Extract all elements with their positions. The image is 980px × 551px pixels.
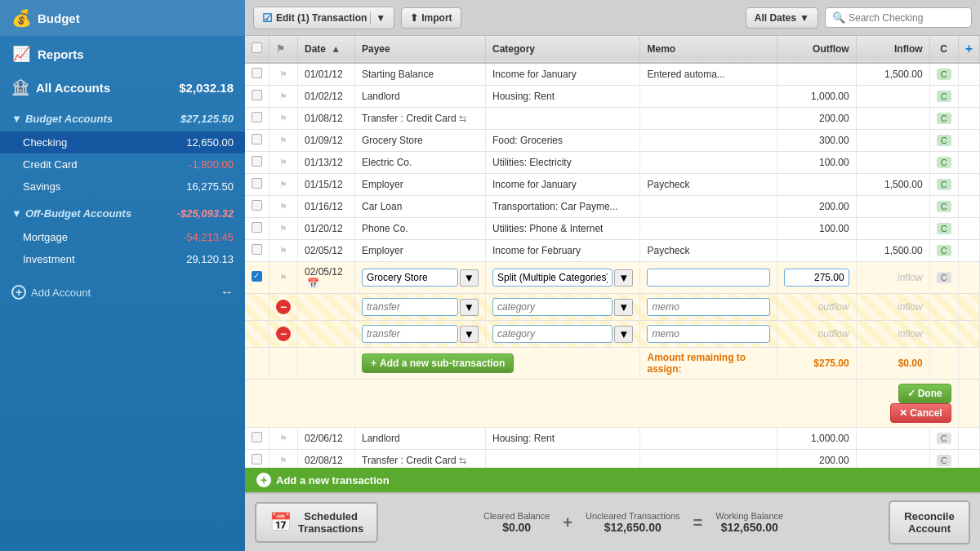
table-row[interactable]: ⚑01/09/12Grocery StoreFood: Groceries300… [245,130,980,152]
table-row[interactable]: ⚑01/16/12Car LoanTransportation: Car Pay… [245,196,980,218]
table-row[interactable]: ⚑02/08/12Transfer : Credit Card ⇆200.00C [245,450,980,469]
row-flag-cell: ⚑ [270,218,298,240]
sidebar-item-mortgage[interactable]: Mortgage -54,213.45 [0,226,245,248]
cleared-badge[interactable]: C [937,91,951,102]
cleared-badge[interactable]: C [937,272,951,283]
col-outflow[interactable]: Outflow [777,36,856,63]
bottom-bar: 📅 Scheduled Transactions Cleared Balance… [245,492,980,551]
sidebar-item-all-accounts[interactable]: 🏦 All Accounts $2,032.18 [0,72,245,103]
budget-accounts-header[interactable]: ▼ Budget Accounts $27,125.50 [0,106,245,131]
cleared-badge[interactable]: C [937,113,951,124]
category-dropdown-btn[interactable]: ▼ [614,269,633,287]
sidebar-item-investment[interactable]: Investment 29,120.13 [0,248,245,270]
cleared-badge[interactable]: C [937,245,951,256]
row-checkbox[interactable] [252,156,262,167]
all-dates-button[interactable]: All Dates ▼ [746,7,818,29]
table-row[interactable]: ⚑02/05/12EmployerIncome for FebruaryPayc… [245,240,980,262]
memo-input[interactable] [647,269,769,287]
remove-sub-button[interactable]: − [276,327,291,341]
sub-memo-input[interactable] [647,298,769,316]
sidebar-item-budget[interactable]: 💰 Budget [0,0,245,36]
search-box[interactable]: 🔍 [825,7,972,28]
add-tx-icon: + [256,473,271,487]
sub-transfer-input[interactable] [362,325,458,343]
row-checkbox[interactable] [252,90,262,100]
sub-memo-input[interactable] [647,325,769,343]
cleared-badge[interactable]: C [937,157,951,168]
table-row[interactable]: ⚑01/08/12Transfer : Credit Card ⇆200.00C [245,108,980,130]
sub-category-input[interactable] [492,298,612,316]
row-outflow-cell [777,63,856,86]
table-row[interactable]: ⚑02/05/12📅▼▼inflowC [245,262,980,294]
add-sub-icon: + [371,358,376,369]
table-row[interactable]: ⚑01/13/12Electric Co.Utilities: Electric… [245,152,980,174]
cleared-badge[interactable]: C [937,455,951,466]
table-row[interactable]: ⚑01/02/12LandlordHousing: Rent1,000.00C [245,86,980,108]
sub-plus-cell [958,294,979,321]
cleared-badge[interactable]: C [937,179,951,190]
sub-cat-dropdown[interactable]: ▼ [614,326,633,343]
select-all-checkbox[interactable] [252,42,262,53]
done-cancel-spacer [245,380,856,428]
row-checkbox[interactable] [252,244,262,255]
payee-dropdown-btn[interactable]: ▼ [460,269,479,287]
search-input[interactable] [849,12,964,24]
sub-transfer-dropdown[interactable]: ▼ [460,326,479,343]
flag-icon: ⚑ [279,246,287,256]
all-dates-label: All Dates [755,12,796,24]
row-checkbox[interactable] [252,222,262,233]
done-button[interactable]: ✓ Done [898,384,951,403]
col-add[interactable]: + [958,36,979,63]
row-checkbox[interactable] [252,134,262,144]
sidebar-item-checking[interactable]: Checking 12,650.00 [0,131,245,153]
cleared-badge[interactable]: C [937,223,951,234]
row-checkbox-cell [245,174,270,196]
sidebar-item-credit-card[interactable]: Credit Card -1,800.00 [0,153,245,176]
row-checkbox[interactable] [252,200,262,211]
col-memo[interactable]: Memo [640,36,777,63]
row-checkbox[interactable] [252,454,262,464]
cleared-badge[interactable]: C [937,201,951,212]
payee-input[interactable] [362,269,458,287]
sidebar-item-savings[interactable]: Savings 16,275.50 [0,176,245,198]
table-row[interactable]: ⚑01/20/12Phone Co.Utilities: Phone & Int… [245,218,980,240]
outflow-input[interactable] [784,269,849,287]
edit-transaction-button[interactable]: ☑ Edit (1) Transaction ▼ [253,7,394,29]
category-input[interactable] [492,269,612,287]
row-checkbox-cell [245,218,270,240]
add-sub-transaction-button[interactable]: + Add a new sub-transaction [362,353,514,373]
sub-transfer-input[interactable] [362,298,458,316]
offbudget-accounts-header[interactable]: ▼ Off-Budget Accounts -$25,093.32 [0,201,245,226]
sub-category-input[interactable] [492,325,612,343]
col-inflow[interactable]: Inflow [856,36,929,63]
row-checkbox[interactable] [252,178,262,189]
row-checkbox[interactable] [252,271,262,282]
table-row[interactable]: ⚑02/06/12LandlordHousing: Rent1,000.00C [245,428,980,450]
sub-transfer-dropdown[interactable]: ▼ [460,299,479,316]
row-checkbox[interactable] [252,68,262,78]
add-account-row[interactable]: + Add Account ↔ [0,277,245,308]
cancel-button[interactable]: ✕ Cancel [890,403,951,423]
cleared-badge[interactable]: C [937,69,951,80]
sidebar-item-reports[interactable]: 📈 Reports [0,36,245,72]
row-checkbox[interactable] [252,432,262,442]
remove-sub-button[interactable]: − [276,300,291,314]
reconcile-account-button[interactable]: Reconcile Account [889,500,970,544]
col-category[interactable]: Category [486,36,640,63]
scheduled-transactions-button[interactable]: 📅 Scheduled Transactions [255,502,378,543]
offbudget-amount: -$25,093.32 [177,207,234,220]
table-row[interactable]: ⚑01/15/12EmployerIncome for JanuaryPaych… [245,174,980,196]
row-flag-cell: ⚑ [270,196,298,218]
cleared-badge[interactable]: C [937,433,951,444]
row-outflow-cell: 100.00 [777,152,856,174]
row-checkbox[interactable] [252,112,262,122]
add-transaction-button[interactable]: + Add a new transaction [245,468,401,492]
edit-dropdown-icon[interactable]: ▼ [370,12,385,24]
table-row[interactable]: ⚑01/01/12Starting BalanceIncome for Janu… [245,63,980,86]
calendar-pick-icon[interactable]: 📅 [307,278,319,289]
import-button[interactable]: ⬆ Import [401,7,461,29]
sub-cat-dropdown[interactable]: ▼ [614,299,633,316]
col-date[interactable]: Date ▲ [298,36,355,63]
cleared-badge[interactable]: C [937,135,951,146]
col-payee[interactable]: Payee [355,36,486,63]
